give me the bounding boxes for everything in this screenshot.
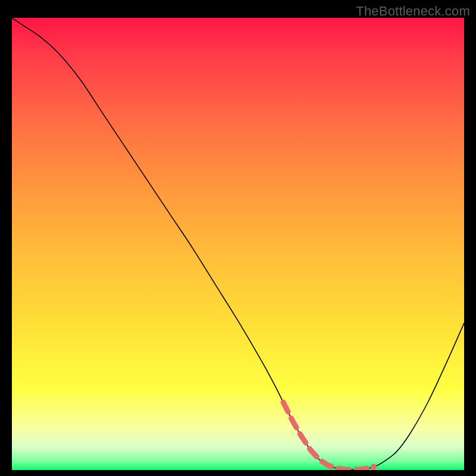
trough-end-dot (371, 464, 377, 470)
watermark-text: TheBottleneck.com (356, 4, 470, 19)
plot-area (12, 18, 464, 470)
chart-container: TheBottleneck.com (0, 0, 476, 476)
curve-svg (12, 18, 464, 470)
trough-marker (283, 402, 374, 469)
bottleneck-curve (12, 18, 464, 469)
